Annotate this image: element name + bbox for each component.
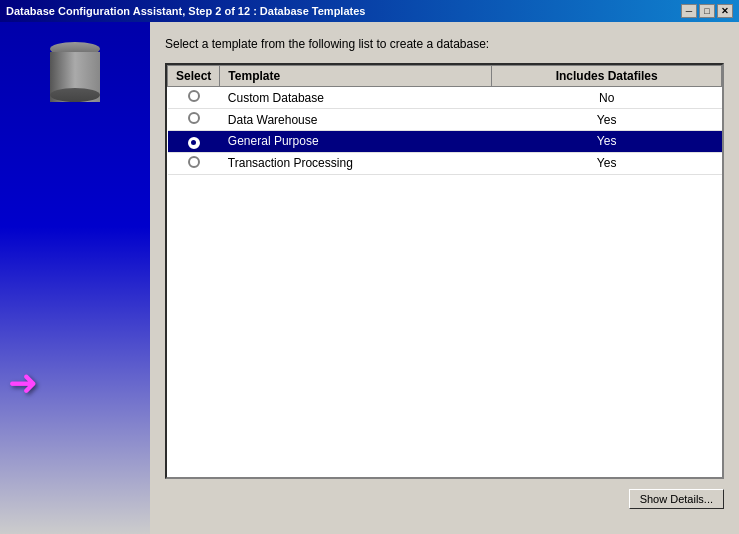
- arrow-icon: ➜: [8, 362, 38, 404]
- includes-datafiles-value: Yes: [492, 109, 722, 131]
- template-name: General Purpose: [220, 131, 492, 153]
- template-name: Custom Database: [220, 87, 492, 109]
- col-select: Select: [168, 66, 220, 87]
- template-name: Transaction Processing: [220, 152, 492, 174]
- show-details-button[interactable]: Show Details...: [629, 489, 724, 509]
- table-row[interactable]: General PurposeYes: [168, 131, 722, 153]
- includes-datafiles-value: Yes: [492, 131, 722, 153]
- title-bar: Database Configuration Assistant, Step 2…: [0, 0, 739, 22]
- right-panel: Select a template from the following lis…: [150, 22, 739, 534]
- close-button[interactable]: ✕: [717, 4, 733, 18]
- radio-button[interactable]: [188, 137, 200, 149]
- table-row[interactable]: Transaction ProcessingYes: [168, 152, 722, 174]
- left-panel: ➜: [0, 22, 150, 534]
- col-template: Template: [220, 66, 492, 87]
- includes-datafiles-value: No: [492, 87, 722, 109]
- table-row[interactable]: Data WarehouseYes: [168, 109, 722, 131]
- radio-button[interactable]: [188, 156, 200, 168]
- minimize-button[interactable]: ─: [681, 4, 697, 18]
- window-title: Database Configuration Assistant, Step 2…: [6, 5, 365, 17]
- instruction-text: Select a template from the following lis…: [165, 37, 724, 51]
- table-row[interactable]: Custom DatabaseNo: [168, 87, 722, 109]
- templates-table: Select Template Includes Datafiles Custo…: [167, 65, 722, 175]
- templates-table-container: Select Template Includes Datafiles Custo…: [165, 63, 724, 479]
- includes-datafiles-value: Yes: [492, 152, 722, 174]
- radio-button[interactable]: [188, 90, 200, 102]
- template-name: Data Warehouse: [220, 109, 492, 131]
- col-includes-datafiles: Includes Datafiles: [492, 66, 722, 87]
- radio-button[interactable]: [188, 112, 200, 124]
- maximize-button[interactable]: □: [699, 4, 715, 18]
